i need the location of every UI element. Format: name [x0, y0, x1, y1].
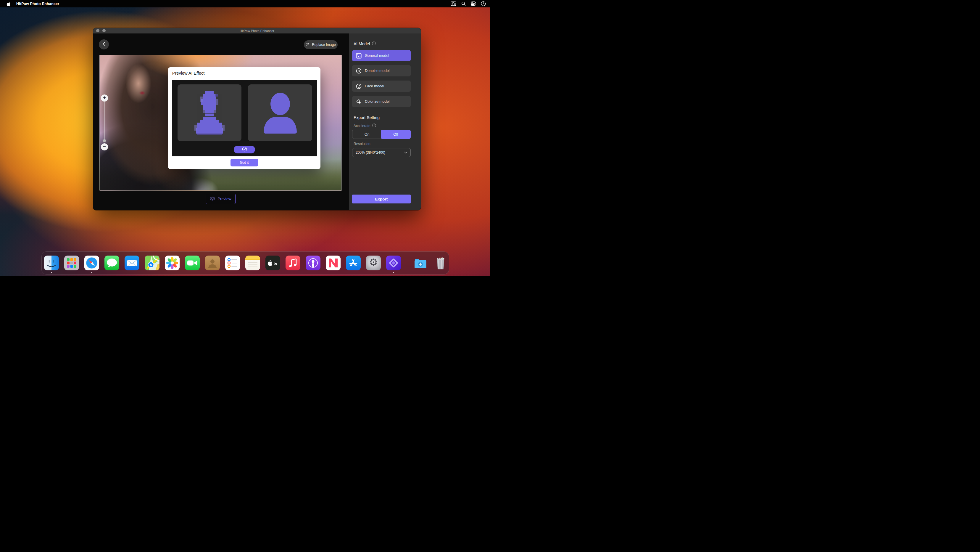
facetime-icon	[185, 255, 200, 270]
avatar-before-card	[178, 85, 242, 141]
dock-item-trash[interactable]	[433, 255, 448, 270]
running-indicator	[91, 272, 92, 273]
dock-item-finder[interactable]	[44, 255, 59, 270]
dock-item-apple-tv[interactable]: tv	[266, 255, 280, 270]
model-label: Face model	[365, 84, 384, 88]
back-button[interactable]	[99, 39, 109, 49]
accelerate-off-option[interactable]: Off	[381, 130, 411, 139]
dock-item-podcasts[interactable]	[305, 255, 320, 270]
chevron-down-icon	[404, 152, 407, 154]
model-button-face[interactable]: Face model	[352, 81, 411, 92]
dock-separator	[407, 255, 407, 271]
zoom-in-button[interactable]: +	[101, 94, 108, 102]
dock-item-mail[interactable]	[124, 255, 139, 270]
dock-item-messages[interactable]	[105, 255, 119, 270]
apple-tv-icon: tv	[266, 255, 280, 270]
photos-icon	[165, 255, 180, 270]
zoom-slider-track[interactable]	[104, 102, 105, 139]
zoom-slider-thumb[interactable]	[103, 139, 106, 142]
dock-item-launchpad[interactable]	[64, 255, 79, 270]
export-setting-heading-label: Export Setting	[353, 115, 380, 120]
sidebar: AI Model General model Denoise model	[349, 34, 421, 210]
dock-item-notes[interactable]	[245, 255, 260, 270]
running-indicator	[51, 272, 52, 273]
dock-item-system-settings[interactable]: ⚙	[366, 255, 381, 270]
contacts-icon	[205, 255, 220, 270]
window-title: HitPaw Photo Enhancer	[240, 29, 274, 33]
zoom-out-button[interactable]: −	[101, 144, 108, 150]
safari-icon	[84, 255, 99, 270]
replace-image-button[interactable]: Replace Image	[304, 40, 337, 49]
dock-item-contacts[interactable]	[205, 255, 220, 270]
hitpaw-window: HitPaw Photo Enhancer Replace Image + −	[93, 28, 421, 210]
maps-icon	[145, 255, 159, 270]
smooth-avatar-image	[248, 85, 312, 141]
music-icon	[286, 255, 300, 270]
model-button-colorize[interactable]: Colorize model	[352, 96, 411, 107]
eye-icon	[210, 197, 215, 201]
resolution-label: Resolution	[353, 142, 371, 146]
dock-item-reminders[interactable]	[225, 255, 240, 270]
podcasts-icon	[305, 255, 320, 270]
preview-ai-effect-dialog: Preview AI Effect	[168, 67, 320, 169]
denoise-icon	[356, 68, 361, 74]
dock: tv ⚙	[41, 251, 449, 274]
info-icon[interactable]	[372, 123, 376, 128]
launchpad-icon	[64, 255, 79, 270]
news-icon	[326, 255, 340, 270]
preview-label: Preview	[218, 197, 231, 201]
editor-area: Replace Image + − Preview Preview AI Eff…	[93, 34, 349, 210]
control-center-icon[interactable]	[471, 2, 476, 6]
model-button-denoise[interactable]: Denoise model	[352, 65, 411, 77]
model-label: Colorize model	[365, 99, 390, 104]
reminders-icon	[225, 255, 240, 270]
paint-roller-icon	[356, 99, 361, 105]
command-palette-icon[interactable]: ⌘	[451, 2, 456, 6]
export-button[interactable]: Export	[352, 195, 411, 203]
app-store-icon	[346, 255, 361, 270]
menubar-status-area: ⌘	[451, 1, 486, 6]
preview-button[interactable]: Preview	[206, 194, 235, 204]
search-icon[interactable]	[461, 2, 466, 6]
got-it-button[interactable]: Got it	[231, 159, 258, 166]
face-icon	[356, 83, 361, 89]
apple-menu-icon[interactable]	[6, 1, 11, 6]
dock-item-news[interactable]	[326, 255, 340, 270]
dock-item-app-store[interactable]	[346, 255, 361, 270]
svg-text:⌘: ⌘	[454, 3, 456, 6]
window-titlebar[interactable]: HitPaw Photo Enhancer	[93, 28, 421, 34]
desktop: HitPaw Photo Enhancer ⌘ HitPaw Photo Enh…	[0, 0, 490, 276]
info-icon[interactable]	[372, 41, 376, 46]
clock-icon[interactable]	[481, 1, 486, 6]
dock-item-maps[interactable]	[145, 255, 159, 270]
downloads-folder-icon	[413, 255, 428, 270]
resolution-dropdown[interactable]: 200% (3840*2400)	[352, 148, 411, 157]
resolution-label-text: Resolution	[353, 142, 371, 146]
menu-bar: HitPaw Photo Enhancer ⌘	[0, 0, 490, 7]
avatar-after-card	[248, 85, 312, 141]
hitpaw-app-icon	[386, 255, 401, 270]
dialog-title: Preview AI Effect	[172, 71, 204, 75]
dock-item-hitpaw[interactable]	[386, 255, 401, 270]
menubar-app-name: HitPaw Photo Enhancer	[16, 2, 59, 6]
model-button-general[interactable]: General model	[352, 50, 411, 61]
window-minimize-button[interactable]	[102, 29, 106, 32]
svg-text:tv: tv	[274, 261, 278, 266]
dock-item-music[interactable]	[286, 255, 300, 270]
image-icon	[356, 53, 361, 59]
ai-model-heading-label: AI Model	[353, 41, 370, 46]
export-setting-heading: Export Setting	[353, 115, 380, 120]
window-close-button[interactable]	[96, 29, 99, 32]
apply-check-button[interactable]	[234, 146, 255, 153]
model-label: Denoise model	[365, 69, 390, 73]
notes-icon	[245, 255, 260, 270]
dock-item-downloads[interactable]	[413, 255, 428, 270]
dock-item-photos[interactable]	[165, 255, 180, 270]
accelerate-on-option[interactable]: On	[352, 130, 382, 139]
messages-icon	[105, 255, 119, 270]
dock-item-facetime[interactable]	[185, 255, 200, 270]
replace-image-label: Replace Image	[312, 43, 336, 47]
dock-item-safari[interactable]	[84, 255, 99, 270]
check-circle-icon	[242, 147, 247, 153]
gear-icon: ⚙	[366, 257, 381, 268]
